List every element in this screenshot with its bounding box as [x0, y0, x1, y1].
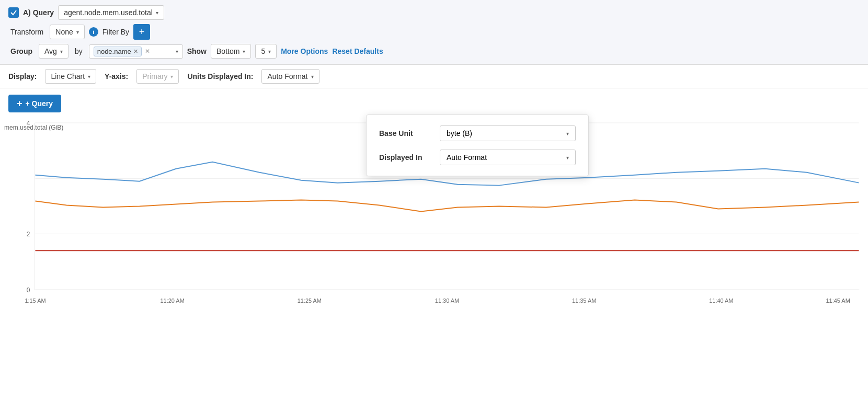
node-name-tag: node.name ✕ [94, 47, 142, 56]
yaxis-value: Primary [142, 72, 167, 81]
count-value: 5 [261, 47, 265, 55]
remove-tag-button[interactable]: ✕ [133, 48, 138, 55]
base-unit-row: Base Unit byte (B) ▾ [379, 125, 576, 141]
units-caret-icon: ▾ [311, 74, 314, 79]
query-checkbox[interactable] [8, 7, 19, 18]
query-row: A) Query agent.node.mem.used.total ▾ [8, 5, 860, 20]
chart-yaxis-label: mem.used.total (GiB) [4, 124, 63, 131]
displayed-in-row: Displayed In Auto Format ▾ [379, 150, 576, 165]
chart-type-dropdown[interactable]: Line Chart ▾ [45, 69, 96, 84]
tags-dropdown-icon[interactable]: ▾ [176, 49, 178, 54]
avg-caret-icon: ▾ [60, 49, 63, 54]
transform-row: Transform None ▾ i Filter By + [8, 24, 860, 40]
filter-by-label: Filter By [102, 28, 129, 36]
yaxis-label: Y-axis: [105, 72, 128, 81]
add-filter-button[interactable]: + [133, 24, 150, 40]
main-container: A) Query agent.node.mem.used.total ▾ Tra… [0, 0, 868, 412]
group-label: Group [8, 44, 35, 58]
units-dropdown[interactable]: Auto Format ▾ [261, 69, 319, 84]
toolbar-area: A) Query agent.node.mem.used.total ▾ Tra… [0, 0, 868, 64]
bottom-value: Bottom [216, 47, 239, 55]
show-label: Show [187, 47, 207, 55]
svg-text:11:40 AM: 11:40 AM [709, 297, 733, 304]
group-row: Group Avg ▾ by node.name ✕ ✕ ▾ Show Bott… [8, 44, 860, 59]
displayed-in-value: Auto Format [447, 153, 487, 162]
base-unit-caret-icon: ▾ [566, 131, 569, 136]
transform-label: Transform [8, 25, 45, 39]
display-label: Display: [8, 72, 37, 81]
by-label: by [73, 44, 85, 58]
display-row: Display: Line Chart ▾ Y-axis: Primary ▾ … [0, 64, 868, 88]
transform-dropdown[interactable]: None ▾ [50, 25, 84, 39]
reset-defaults-link[interactable]: Reset Defaults [332, 47, 383, 55]
avg-dropdown[interactable]: Avg ▾ [39, 44, 68, 59]
transform-caret-icon: ▾ [76, 29, 79, 35]
svg-text:0: 0 [27, 287, 30, 294]
clear-tags-icon[interactable]: ✕ [145, 48, 150, 55]
svg-text:11:45 AM: 11:45 AM [826, 297, 850, 304]
displayed-in-caret-icon: ▾ [566, 155, 569, 161]
displayed-in-dropdown[interactable]: Auto Format ▾ [440, 150, 576, 165]
avg-value: Avg [44, 47, 57, 55]
count-dropdown[interactable]: 5 ▾ [255, 44, 277, 59]
displayed-in-label: Displayed In [379, 153, 431, 162]
query-label: A) Query [23, 8, 54, 17]
units-label: Units Displayed In: [187, 72, 253, 81]
base-unit-value: byte (B) [447, 129, 472, 138]
svg-text:2: 2 [27, 231, 30, 238]
bottom-caret-icon: ▾ [243, 49, 245, 54]
add-query-button[interactable]: + + Query [8, 95, 61, 112]
svg-text:1:15 AM: 1:15 AM [25, 297, 45, 304]
more-options-link[interactable]: More Options [281, 47, 328, 55]
chart-section: + + Query mem.used.total (GiB) 4 2 0 [0, 88, 868, 412]
base-unit-dropdown[interactable]: byte (B) ▾ [440, 125, 576, 141]
svg-text:11:30 AM: 11:30 AM [435, 297, 459, 304]
yaxis-dropdown[interactable]: Primary ▾ [136, 69, 179, 84]
base-unit-label: Base Unit [379, 129, 431, 138]
info-icon[interactable]: i [89, 27, 98, 37]
add-query-icon: + [17, 99, 22, 108]
svg-text:11:25 AM: 11:25 AM [298, 297, 322, 304]
chart-type-value: Line Chart [51, 72, 85, 81]
yaxis-caret-icon: ▾ [170, 74, 173, 79]
metric-dropdown[interactable]: agent.node.mem.used.total ▾ [58, 5, 164, 20]
bottom-dropdown[interactable]: Bottom ▾ [211, 44, 251, 59]
metric-caret-icon: ▾ [156, 10, 158, 16]
chart-type-caret-icon: ▾ [88, 74, 90, 79]
count-caret-icon: ▾ [268, 49, 271, 54]
group-by-input[interactable]: node.name ✕ ✕ ▾ [89, 44, 183, 59]
svg-text:11:35 AM: 11:35 AM [572, 297, 596, 304]
metric-value: agent.node.mem.used.total [64, 8, 153, 17]
transform-value: None [55, 28, 73, 36]
units-value: Auto Format [267, 72, 307, 81]
units-popup: Base Unit byte (B) ▾ Displayed In Auto F… [366, 115, 589, 176]
svg-text:11:20 AM: 11:20 AM [161, 297, 185, 304]
